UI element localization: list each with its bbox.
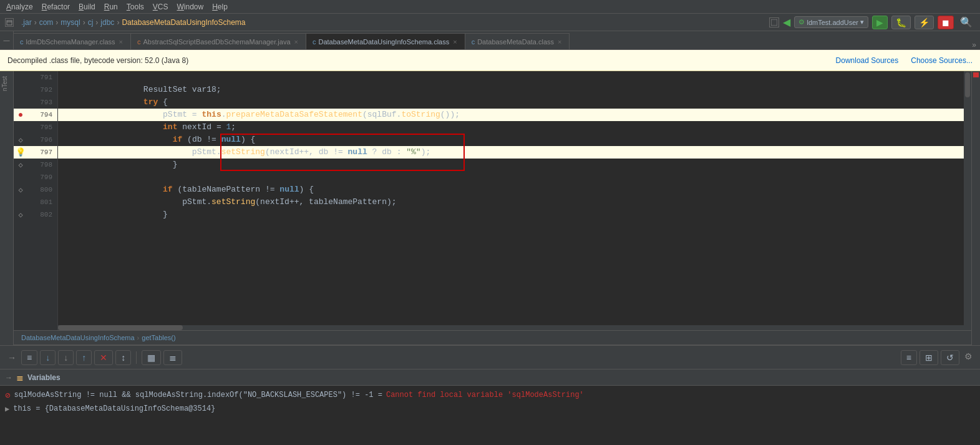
bookmark-800: ◇ <box>18 185 22 195</box>
marker-791 <box>14 71 27 84</box>
debug-btn-evaluate[interactable]: ↕ <box>115 350 131 365</box>
sidebar-toggle[interactable]: — <box>0 31 14 49</box>
menu-build[interactable]: Build <box>75 1 99 12</box>
debug-btn-step-over[interactable]: ≡ <box>21 350 37 365</box>
breadcrumb-jar: .jar <box>21 18 32 27</box>
restore-icon: ↺ <box>946 353 954 363</box>
sidebar-ntest[interactable]: nTest <box>0 71 13 96</box>
search-btn[interactable]: 🔍 <box>958 15 975 29</box>
tab-close-4[interactable]: × <box>556 38 563 46</box>
marker-796: ◇ <box>14 134 27 146</box>
tabs-overflow-btn[interactable]: » <box>968 41 980 49</box>
tab-close-3[interactable]: × <box>452 38 458 46</box>
tab-label-3: DatabaseMetaDataUsingInfoSchema.class <box>318 38 449 46</box>
choose-sources-link[interactable]: Choose Sources... <box>911 56 973 65</box>
code-line-799 <box>58 171 964 183</box>
menu-run[interactable]: Run <box>100 1 122 12</box>
lightbulb-797[interactable]: 💡 <box>16 147 26 157</box>
run-cursor-icon: ✕ <box>100 353 107 363</box>
breadcrumb-mysql: mysql <box>61 18 80 27</box>
menu-window[interactable]: Window <box>173 1 208 12</box>
menu-analyze[interactable]: Analyze <box>2 1 37 12</box>
step-over-icon: ≡ <box>27 353 32 363</box>
tab-close-1[interactable]: × <box>118 38 124 46</box>
layout-icon: ≡ <box>906 353 911 363</box>
h-scrollbar[interactable] <box>58 325 964 330</box>
run-config-selector[interactable]: ⚙ ldmTest.addUser ▾ <box>794 16 868 28</box>
marker-802: ◇ <box>14 208 27 221</box>
run-btn[interactable]: ▶ <box>872 16 888 29</box>
type-resultset: ResultSet <box>143 84 187 96</box>
code-line-801: pStmt.setString(nextId++, tableNamePatte… <box>58 196 964 208</box>
marker-792 <box>14 84 27 96</box>
debug-layout-btn[interactable]: ≡ <box>901 350 917 365</box>
marker-801 <box>14 196 27 208</box>
evaluate-icon: ↕ <box>121 353 125 363</box>
debug-sep-1 <box>136 351 137 364</box>
code-line-796: if (db != null) { <box>58 134 964 146</box>
menu-tools[interactable]: Tools <box>123 1 148 12</box>
maximize-btn[interactable] <box>769 17 779 27</box>
debug-btn-step-out[interactable]: ↑ <box>76 350 92 365</box>
search-icon: 🔍 <box>960 17 973 27</box>
left-sidebars: nTest <box>0 71 14 345</box>
decompiled-notice-bar: Decompiled .class file, bytecode version… <box>0 50 980 71</box>
path-breadcrumb: .jar › com › mysql › cj › jdbc › Databas… <box>0 14 980 31</box>
h-scrollbar-thumb[interactable] <box>58 325 183 330</box>
window-restore-btn[interactable] <box>5 18 14 27</box>
stop-icon: ◼ <box>942 17 949 27</box>
tab-databasemetadata-active[interactable]: c DatabaseMetaDataUsingInfoSchema.class … <box>306 33 465 49</box>
code-content[interactable]: ResultSet var18; try { pStmt = this.prep… <box>58 71 964 330</box>
debug-btn-columns[interactable]: ≣ <box>163 350 182 365</box>
breadcrumb-current-file: DatabaseMetaDataUsingInfoSchema <box>122 18 245 27</box>
debug-restore-btn[interactable]: ↺ <box>941 350 959 365</box>
debug-btn-step-into[interactable]: ↓ <box>40 350 56 365</box>
menu-help[interactable]: Help <box>208 1 231 12</box>
linenum-793: 793 <box>27 99 57 106</box>
tab-close-2[interactable]: × <box>293 38 299 46</box>
menu-refactor[interactable]: Refactor <box>38 1 74 12</box>
debug-btn-force-step[interactable]: ↓ <box>58 350 74 365</box>
code-line-792: ResultSet var18; <box>58 84 964 96</box>
red-box-container: if (db != null) { pStmt.setString(nextId… <box>58 134 964 171</box>
main-layout: Decompiled .class file, bytecode version… <box>0 50 980 445</box>
run-config-label: ldmTest.addUser <box>807 19 858 26</box>
tab-icon-2: c <box>137 38 141 46</box>
gutter-row-802: ◇ 802 <box>14 208 57 221</box>
download-sources-link[interactable]: Download Sources <box>836 56 899 65</box>
profile-btn[interactable]: ⚡ <box>915 16 934 29</box>
debug-split-btn[interactable]: ⊞ <box>919 350 938 365</box>
v-scrollbar[interactable] <box>964 71 971 330</box>
bottom-panel: → ≡ ↓ ↓ ↑ ✕ ↕ ▦ <box>0 345 980 445</box>
linenum-799: 799 <box>27 174 57 181</box>
linenum-800: 800 <box>27 186 57 193</box>
tab-label-2: AbstractSqlScriptBasedDbSchemaManager.ja… <box>143 38 291 46</box>
gutter-row-794: ● 794 <box>14 109 57 121</box>
debug-btn[interactable]: 🐛 <box>891 16 911 29</box>
tab-abstractsqlscript[interactable]: c AbstractSqlScriptBasedDbSchemaManager.… <box>131 33 306 49</box>
panel-pin-btn[interactable]: → <box>5 353 19 363</box>
gutter-row-793: 793 <box>14 96 57 109</box>
stop-btn[interactable]: ◼ <box>938 16 954 29</box>
debug-item-this: ▶ this = {DatabaseMetaDataUsingInfoSchem… <box>5 402 975 416</box>
decompiled-message: Decompiled .class file, bytecode version… <box>7 56 188 65</box>
bc-method[interactable]: getTables() <box>142 334 175 341</box>
bc-class[interactable]: DatabaseMetaDataUsingInfoSchema <box>21 334 135 341</box>
tab-ldmdbschemamanager[interactable]: c ldmDbSchemaManager.class × <box>14 33 131 49</box>
marker-799 <box>14 171 27 183</box>
gutter-row-795: 795 <box>14 121 57 134</box>
profile-icon: ⚡ <box>919 17 929 27</box>
v-scrollbar-thumb[interactable] <box>965 72 970 97</box>
linenum-791: 791 <box>27 74 57 81</box>
breadcrumb-com: com <box>39 18 54 27</box>
menu-vcs[interactable]: VCS <box>149 1 172 12</box>
linenum-797: 797 <box>27 149 57 156</box>
debug-btn-table[interactable]: ▦ <box>142 350 161 365</box>
variables-header: → ≣ Variables <box>0 369 980 386</box>
expand-this-icon[interactable]: ▶ <box>5 404 9 414</box>
tab-databasemetadata2[interactable]: c DatabaseMetaData.class × <box>465 33 570 49</box>
gutter-row-799: 799 <box>14 171 57 183</box>
back-btn[interactable]: ◀ <box>783 16 790 28</box>
debug-btn-run-cursor[interactable]: ✕ <box>94 350 113 365</box>
debug-gear-btn[interactable]: ⚙ <box>962 350 975 365</box>
